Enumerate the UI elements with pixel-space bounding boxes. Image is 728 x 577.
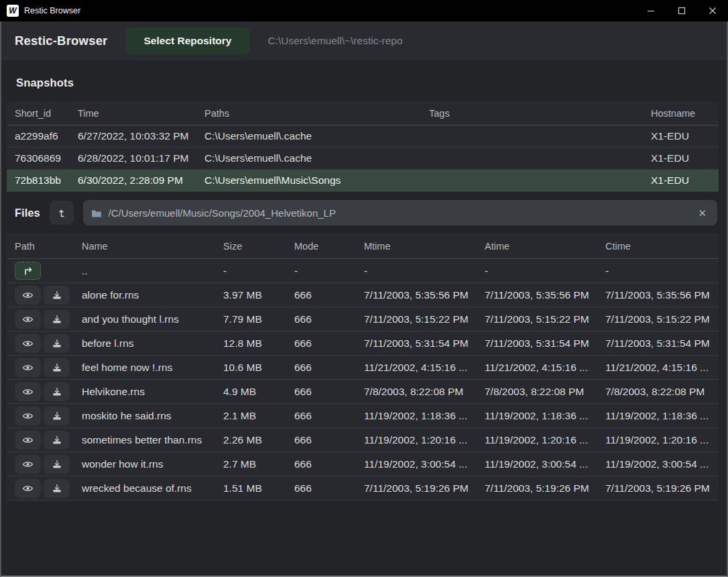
maximize-button[interactable] [666,0,697,21]
file-mode: 666 [294,386,312,397]
file-mtime: 7/8/2003, 8:22:08 PM [364,386,463,397]
arrow-up-right-icon [22,266,34,276]
files-table: Path Name Size Mode Mtime Atime Ctime [1,233,727,501]
file-ctime: 7/8/2003, 8:22:08 PM [605,386,705,397]
download-file-button[interactable] [44,455,70,474]
preview-file-button[interactable] [15,431,41,450]
level-up-icon [56,208,66,218]
file-name: and you thought l.rns [82,313,179,325]
level-up-button[interactable] [50,201,74,225]
file-mtime: 11/19/2002, 1:18:36 ... [364,410,467,421]
download-file-button[interactable] [44,407,70,425]
column-header-atime: Atime [485,241,509,252]
clear-path-button[interactable]: ✕ [695,207,709,219]
column-header-ctime: Ctime [605,241,631,252]
preview-file-button[interactable] [15,286,41,305]
file-size: 1.51 MB [223,482,262,494]
file-ctime: - [605,265,609,276]
file-row[interactable]: moskito he said.rns 2.1 MB 666 11/19/200… [7,404,719,428]
file-atime: 11/19/2002, 3:00:54 ... [485,458,588,470]
file-mtime: 7/11/2003, 5:31:54 PM [364,337,469,349]
eye-icon [22,436,34,444]
download-file-button[interactable] [44,358,70,377]
close-button[interactable] [697,0,728,21]
snapshot-paths: C:\Users\emuell\.cache [204,152,312,164]
snapshot-short-id: 76306869 [15,152,61,164]
download-file-button[interactable] [44,431,70,450]
folder-icon [91,209,102,217]
column-header-mode: Mode [294,241,318,252]
file-row[interactable]: and you thought l.rns 7.79 MB 666 7/11/2… [7,307,719,331]
file-ctime: 11/19/2002, 1:20:16 ... [605,434,709,445]
file-ctime: 11/21/2002, 4:15:16 ... [605,362,709,373]
file-path-bar[interactable]: /C/Users/emuell/Music/Songs/2004_Helveti… [83,200,717,225]
file-name: feel home now !.rns [82,362,172,373]
file-row[interactable]: sometimes better than.rns 2.26 MB 666 11… [7,428,719,452]
app-window: W Restic Browser Restic-Browser Select R… [0,0,728,577]
file-mtime: 7/11/2003, 5:35:56 PM [364,289,469,301]
file-mode: - [294,265,298,276]
column-header-size: Size [223,241,242,252]
file-size: 4.9 MB [223,386,256,397]
download-file-button[interactable] [44,479,70,498]
preview-file-button[interactable] [15,382,41,401]
minimize-button[interactable] [635,0,666,21]
download-file-button[interactable] [44,334,70,353]
preview-file-button[interactable] [15,358,41,377]
download-icon [52,387,62,397]
parent-directory-row: .. - - - - - [7,259,719,283]
snapshots-heading: Snapshots [16,76,727,89]
preview-file-button[interactable] [15,310,41,329]
file-name: sometimes better than.rns [82,434,202,445]
window-title: Restic Browser [24,6,80,15]
snapshot-row[interactable]: 76306869 6/28/2022, 10:01:17 PM C:\Users… [7,148,719,170]
preview-file-button[interactable] [15,479,41,498]
titlebar: W Restic Browser [0,0,728,21]
titlebar-left: W Restic Browser [7,5,80,17]
download-icon [52,315,62,324]
file-size: 10.6 MB [223,362,262,373]
file-row[interactable]: alone for.rns 3.97 MB 666 7/11/2003, 5:3… [7,283,719,307]
window-content: Restic-Browser Select Repository C:\User… [0,21,728,577]
snapshot-row[interactable]: a2299af6 6/27/2022, 10:03:32 PM C:\Users… [7,125,719,148]
preview-file-button[interactable] [15,407,41,425]
files-table-body: alone for.rns 3.97 MB 666 7/11/2003, 5:3… [7,283,719,501]
download-file-button[interactable] [44,286,70,305]
file-size: - [223,265,227,276]
file-row[interactable]: feel home now !.rns 10.6 MB 666 11/21/20… [7,356,719,380]
download-file-button[interactable] [44,382,70,401]
files-table-header: Path Name Size Mode Mtime Atime Ctime [7,233,719,259]
column-header-hostname: Hostname [651,108,695,119]
clear-x-icon: ✕ [698,207,707,219]
file-mtime: 11/19/2002, 3:00:54 ... [364,458,467,470]
eye-icon [22,484,34,492]
snapshot-row[interactable]: 72b813bb 6/30/2022, 2:28:09 PM C:\Users\… [7,170,719,192]
file-mode: 666 [294,362,312,373]
download-icon [52,339,62,348]
maximize-icon [678,7,686,15]
file-mtime: 7/11/2003, 5:19:26 PM [364,482,469,494]
eye-icon [22,339,34,348]
go-parent-directory-button[interactable] [15,262,41,280]
eye-icon [22,412,34,420]
file-atime: - [485,265,488,276]
file-row[interactable]: wrecked because of.rns 1.51 MB 666 7/11/… [7,476,719,501]
file-row[interactable]: wonder how it.rns 2.7 MB 666 11/19/2002,… [7,452,719,476]
preview-file-button[interactable] [15,334,41,353]
file-mode: 666 [294,410,312,421]
download-file-button[interactable] [44,310,70,329]
file-row[interactable]: before l.rns 12.8 MB 666 7/11/2003, 5:31… [7,331,719,356]
snapshot-hostname: X1-EDU [651,152,689,164]
file-ctime: 7/11/2003, 5:31:54 PM [605,337,710,349]
download-icon [52,291,62,300]
select-repository-button[interactable]: Select Repository [125,28,251,54]
preview-file-button[interactable] [15,455,41,474]
download-icon [52,363,62,372]
snapshot-paths: C:\Users\emuell\Music\Songs [204,174,341,186]
file-mode: 666 [294,337,312,349]
file-row[interactable]: Helvikone.rns 4.9 MB 666 7/8/2003, 8:22:… [7,380,719,404]
column-header-path: Path [15,241,35,252]
wails-logo-icon: W [7,5,19,17]
file-atime: 7/8/2003, 8:22:08 PM [485,386,584,397]
eye-icon [22,315,34,323]
